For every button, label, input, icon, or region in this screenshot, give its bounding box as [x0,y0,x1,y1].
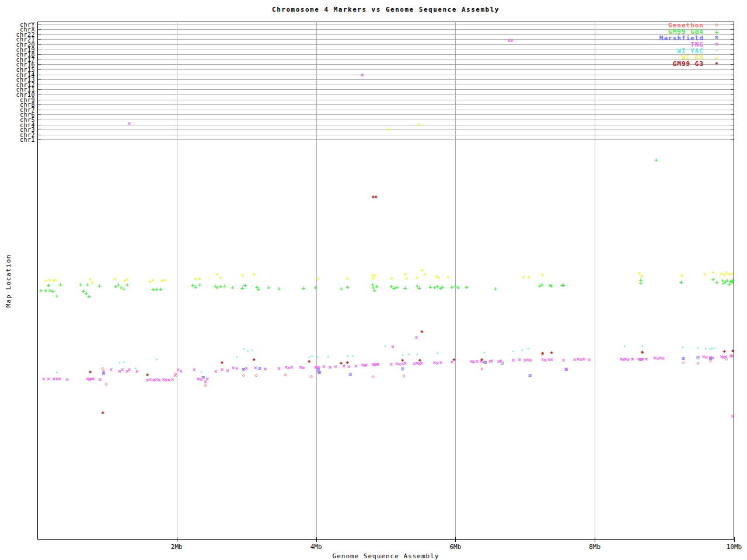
marker-gm99-g3: ◈ [401,358,404,363]
marker-wi-yac: ▴ [155,357,158,362]
axis-tick-right-chr19 [731,50,734,50]
axis-tick-left-chr20 [38,44,41,45]
axis-tick-right-chr2 [731,135,734,135]
axis-tick-right-chrY [731,24,734,25]
marker-gm99-gb4: + [243,282,247,288]
marker-gm99-gb4: + [679,279,683,285]
chromosome-line-chr15 [38,69,734,70]
marker-tng: × [529,358,532,363]
marker-tng: × [128,121,131,127]
marker-marshfield: ⊡ [258,366,261,371]
marker-tng: × [564,366,568,372]
axis-tick-left-chrX [38,29,41,30]
marker-tng: × [391,344,395,350]
legend-label-gm99-g3: GM99 G3 [616,60,704,68]
marker-wi-yac: ▴ [235,355,238,359]
marker-wi-rh: ∗ [437,274,441,281]
marker-tng: × [92,376,95,382]
y-axis-label: Map Location [5,246,12,316]
axis-tick-right-chr12 [731,85,734,85]
chromosome-label-chr1: chr1 [1,136,35,143]
axis-tick-left-chr18 [38,54,41,55]
marker-wi-rh: ∗ [252,271,256,278]
chromosome-line-chr11 [38,89,734,90]
marker-tng: × [475,359,479,365]
marker-tng: × [510,38,514,44]
marker-marshfield: ⊡ [682,356,685,361]
marker-tng: × [98,377,102,383]
marker-wi-rh: ∗ [163,276,167,284]
marker-gm99-gb4: + [51,288,55,294]
axis-tick-right-chr5 [731,120,734,120]
axis-tick-left-chr6 [38,114,41,115]
marker-gm99-gb4: + [159,286,163,292]
marker-gm99-gb4: + [540,281,544,288]
marker-tng: × [102,369,105,374]
axis-tick-left-chrY [38,24,41,25]
marker-tng: × [302,365,305,371]
marker-gm99-gb4: + [277,285,281,292]
marker-gm99-gb4: + [87,293,91,299]
marker-tng: × [263,366,267,372]
marker-wi-yac: ▴ [326,354,329,359]
axis-tick-right-chr18 [731,54,734,55]
marker-wi-yac: ▴ [200,369,203,374]
marker-wi-yac: ▴ [351,354,354,358]
marker-tng: × [220,367,224,373]
marker-gm99-g3: ◈ [221,360,224,365]
marker-wi-yac: ▴ [713,345,715,350]
marker-wi-yac: ▴ [118,360,121,365]
axis-tick-right-chr21 [731,39,734,40]
marker-tng: × [661,356,665,362]
marker-gm99-gb4: + [639,279,643,286]
legend-marker-diamond-open-icon: ◇ [710,22,724,27]
marker-tng: × [561,358,565,363]
marker-tng: × [631,356,634,362]
marker-gm99-gb4: + [223,282,227,289]
marker-wi-yac: ▴ [407,352,410,356]
marker-genethon: ◇ [310,374,313,379]
chart-canvas: Chromosome 4 Markers vs Genome Sequence … [0,0,747,560]
marker-gm99-gb4: + [155,286,159,292]
axis-tick-left-chr5 [38,120,41,120]
marker-tng: × [550,357,553,363]
marker-tng: × [415,335,418,341]
marker-wi-rh: ∗ [711,269,715,276]
marker-gm99-gb4: + [256,286,260,292]
marker-marshfield: ⊡ [528,373,531,378]
marker-marshfield: ⊡ [696,355,699,360]
chromosome-line-chr8 [38,104,734,105]
axis-tick-right-chr3 [731,130,734,130]
marker-gm99-gb4: + [417,285,421,291]
marker-tng: × [121,367,124,373]
marker-wi-rh: ∗ [113,275,117,282]
marker-tng: × [173,373,177,379]
chromosome-line-chr9 [38,100,734,100]
marker-tng: × [65,377,69,383]
marker-tng: × [354,363,358,369]
marker-gm99-gb4: + [654,156,658,163]
marker-wi-rh: ∗ [703,271,707,278]
chromosome-line-chr10 [38,94,734,95]
marker-tng: × [365,362,368,368]
marker-wi-yac: ▴ [623,344,626,348]
chromosome-line-chr7 [38,110,734,110]
marker-tng: × [322,364,326,370]
marker-gm99-gb4: + [456,284,460,290]
marker-tng: × [328,365,331,370]
marker-wi-yac: ▴ [681,345,684,349]
marker-wi-yac: ▴ [134,366,137,370]
x-tick-mark-2Mb [177,537,177,542]
marker-gm99-gb4: + [219,283,223,289]
marker-gm99-g3: ◈ [731,348,734,354]
legend-marker-cross-icon: × [710,41,724,47]
marker-gm99-gb4: + [440,284,444,290]
axis-tick-right-chr22 [731,34,734,35]
axis-tick-left-chr22 [38,34,41,35]
marker-wi-rh: ∗ [540,271,544,278]
marker-wi-rh: ∗ [386,126,390,133]
x-tick-label-10Mb: 10Mb [717,543,747,551]
marker-wi-yac: ▴ [55,370,58,374]
legend-marker-diamond-in-diamond-icon: ◈ [710,60,724,66]
marker-gm99-gb4: + [194,284,198,290]
